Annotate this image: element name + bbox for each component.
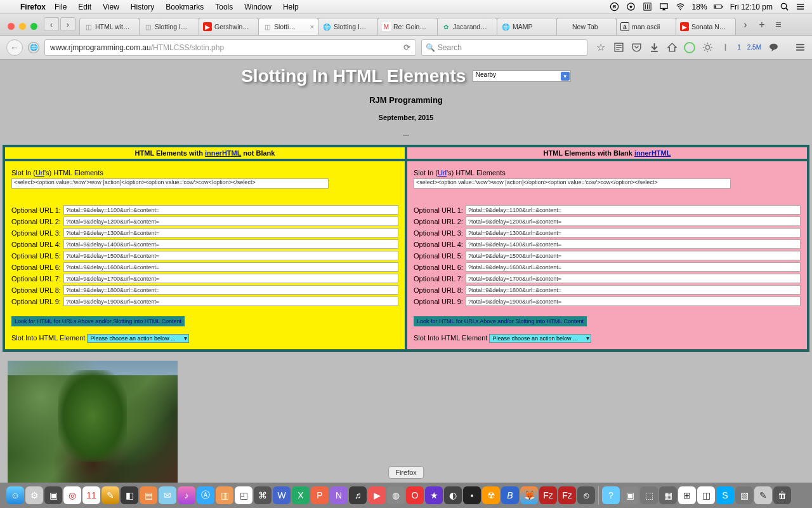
browser-tab[interactable]: aman ascii <box>616 18 676 35</box>
dock-terminal-icon[interactable]: ▪ <box>463 486 481 504</box>
adblock-icon[interactable] <box>684 42 695 53</box>
dock-app-icon[interactable]: ⚙ <box>25 486 43 504</box>
tabs-menu-button[interactable]: ≡ <box>772 18 785 31</box>
search-field[interactable]: 🔍 Search <box>421 39 587 56</box>
dock-firefox-icon[interactable]: 🦊 <box>520 486 538 504</box>
browser-tab[interactable]: ◫Slotti…× <box>258 18 318 35</box>
dock-app-icon[interactable]: N <box>330 486 348 504</box>
menu-bookmarks[interactable]: Bookmarks <box>166 3 204 11</box>
panel-right-heading-link[interactable]: innerHTML <box>634 149 671 157</box>
browser-tab[interactable]: ◫Slotting I… <box>139 18 199 35</box>
menu-file[interactable]: File <box>55 3 67 11</box>
address-field[interactable]: www.rjmprogramming.com.au/HTMLCSS/slotin… <box>44 39 416 56</box>
status-icon-b[interactable]: B <box>610 2 620 12</box>
menu-help[interactable]: Help <box>283 3 299 11</box>
optional-url-input-right-3[interactable] <box>466 228 801 237</box>
dock-app-icon[interactable]: B <box>501 486 519 504</box>
browser-tab[interactable]: 🌐Slotting I… <box>318 18 378 35</box>
dock-app-icon[interactable]: ▶ <box>368 486 386 504</box>
pocket-icon[interactable] <box>631 42 642 53</box>
browser-tab[interactable]: MRe: Goin… <box>377 18 438 35</box>
dock-skype-icon[interactable]: S <box>716 486 734 504</box>
status-icon-target[interactable] <box>626 2 636 12</box>
dock-app-icon[interactable]: ★ <box>425 486 443 504</box>
dock-app-icon[interactable]: ⌘ <box>254 486 272 504</box>
menubar-clock[interactable]: Fri 12:10 pm <box>730 3 773 11</box>
optional-url-input-right-2[interactable] <box>466 217 801 226</box>
chat-icon[interactable] <box>768 42 779 53</box>
bookmark-star-icon[interactable]: ☆ <box>595 42 606 53</box>
dock-app-icon[interactable]: ◧ <box>121 486 138 504</box>
optional-url-input-right-1[interactable] <box>466 205 801 215</box>
reader-icon[interactable] <box>613 42 624 53</box>
dock-app-icon[interactable]: ? <box>602 486 620 504</box>
optional-url-input-right-7[interactable] <box>466 274 801 283</box>
optional-url-input-left-2[interactable] <box>63 217 398 226</box>
optional-url-input-left-9[interactable] <box>63 297 398 306</box>
dock-app-icon[interactable]: ♬ <box>349 486 367 504</box>
notification-icon[interactable] <box>796 2 806 12</box>
hamburger-icon[interactable] <box>794 42 806 53</box>
optional-url-input-right-5[interactable] <box>466 251 801 260</box>
close-window-icon[interactable] <box>8 23 15 30</box>
dock-app-icon[interactable]: ⎋ <box>577 486 595 504</box>
browser-tab[interactable]: ◫HTML wit… <box>79 18 140 35</box>
menubar-app[interactable]: Firefox <box>20 3 46 11</box>
new-tab-button[interactable]: + <box>756 18 768 31</box>
back-button[interactable]: ← <box>6 39 23 56</box>
zoom-window-icon[interactable] <box>30 23 37 30</box>
dock-app-icon[interactable]: ◐ <box>444 486 462 504</box>
dock-trash-icon[interactable]: 🗑 <box>773 486 791 504</box>
optional-url-input-right-6[interactable] <box>466 262 801 272</box>
browser-tab[interactable]: ▶Sonata N… <box>676 18 736 35</box>
panel-left-slotinto-select[interactable]: Please choose an action below ... <box>87 334 188 343</box>
browser-tab[interactable]: New Tab <box>556 18 617 35</box>
spotlight-icon[interactable] <box>779 2 789 12</box>
dock-app-icon[interactable]: ▣ <box>44 486 62 504</box>
panel-right-slotinto-select[interactable]: Please choose an action below ... <box>489 334 591 343</box>
url-link-left[interactable]: Url <box>36 169 44 177</box>
dock-app-icon[interactable]: ▤ <box>140 486 157 504</box>
dock-app-icon[interactable]: Fz <box>558 486 576 504</box>
dock-ibooks-icon[interactable]: ▥ <box>216 486 233 504</box>
site-identity-icon[interactable]: 🌐 <box>28 42 39 53</box>
menu-view[interactable]: View <box>103 3 119 11</box>
gear-icon[interactable] <box>702 42 713 53</box>
optional-url-input-left-8[interactable] <box>63 285 398 295</box>
menu-tools[interactable]: Tools <box>215 3 233 11</box>
dock-finder-icon[interactable]: ☺ <box>6 486 24 504</box>
panel-right-look-button[interactable]: Look for HTML for URLs Above and/or Slot… <box>414 316 587 326</box>
optional-url-input-right-8[interactable] <box>466 285 801 295</box>
dock-app-icon[interactable]: ▣ <box>621 486 639 504</box>
browser-tab[interactable]: ✿Jacarand… <box>437 18 497 35</box>
dock-filezilla-icon[interactable]: Fz <box>539 486 557 504</box>
dock-app-icon[interactable]: ✎ <box>102 486 119 504</box>
dock-opera-icon[interactable]: O <box>406 486 424 504</box>
optional-url-input-left-7[interactable] <box>63 274 398 283</box>
panel-left-look-button[interactable]: Look for HTML for URLs Above and/or Slot… <box>11 316 185 326</box>
optional-url-input-left-4[interactable] <box>63 239 398 249</box>
dock-app-icon[interactable]: ✎ <box>754 486 772 504</box>
status-icon-bars[interactable] <box>643 2 653 12</box>
optional-url-input-right-4[interactable] <box>466 239 801 249</box>
extension-icon[interactable] <box>719 42 731 53</box>
dock-app-icon[interactable]: W <box>273 486 291 504</box>
wifi-icon[interactable] <box>676 2 686 12</box>
dock-app-icon[interactable]: ☢ <box>482 486 500 504</box>
panel-left-heading-link[interactable]: innerHTML <box>205 149 241 157</box>
dock-app-icon[interactable]: ◎ <box>63 486 81 504</box>
browser-tab[interactable]: 🌐MAMP <box>497 18 557 35</box>
dock-itunes-icon[interactable]: ♪ <box>178 486 195 504</box>
optional-url-input-left-6[interactable] <box>63 262 398 272</box>
dock-app-icon[interactable]: ▧ <box>735 486 753 504</box>
home-icon[interactable] <box>666 42 678 53</box>
optional-url-input-left-1[interactable] <box>63 205 398 215</box>
dock-app-icon[interactable]: X <box>292 486 310 504</box>
optional-url-input-right-9[interactable] <box>466 297 801 306</box>
menu-window[interactable]: Window <box>244 3 272 11</box>
dock-app-icon[interactable]: ◫ <box>697 486 715 504</box>
dock-appstore-icon[interactable]: Ⓐ <box>197 486 214 504</box>
sidebar-fwd-button[interactable]: › <box>60 17 75 31</box>
tab-close-icon[interactable]: × <box>310 23 314 30</box>
menu-history[interactable]: History <box>131 3 154 11</box>
